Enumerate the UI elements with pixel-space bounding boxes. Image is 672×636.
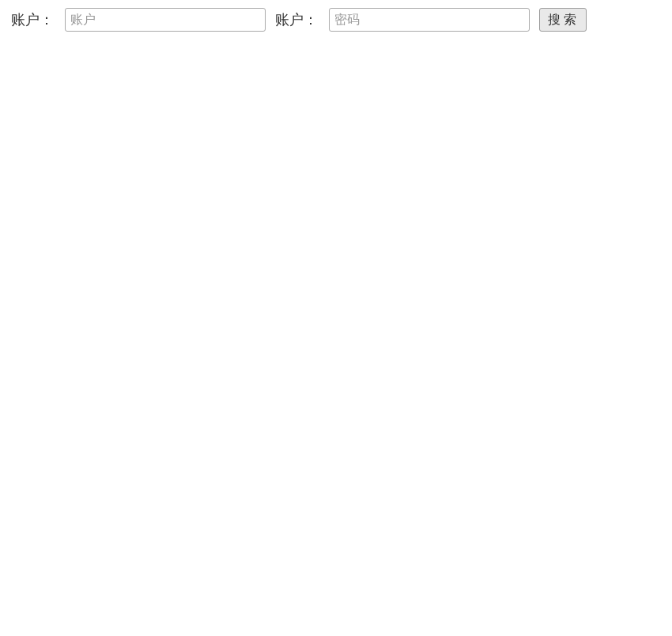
- search-button[interactable]: 搜索: [539, 8, 587, 32]
- account-input[interactable]: [65, 8, 266, 32]
- password-label: 账户：: [275, 10, 318, 29]
- search-form-row: 账户： 账户： 搜索: [11, 8, 661, 32]
- password-input[interactable]: [329, 8, 530, 32]
- account-label: 账户：: [11, 10, 54, 29]
